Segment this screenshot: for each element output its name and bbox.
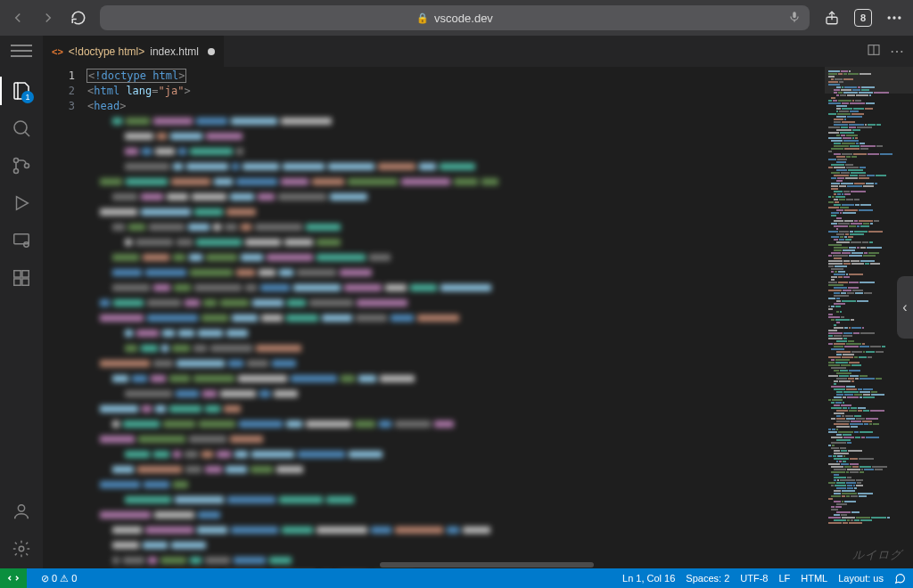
svg-point-6 [14,169,19,174]
tab-bar: <> <!doctype html> index.html ⋯ [43,36,913,67]
split-editor-icon[interactable] [867,43,881,61]
svg-point-2 [892,16,895,19]
svg-point-5 [14,159,19,163]
share-icon[interactable] [822,8,842,28]
lock-icon: 🔒 [416,12,429,24]
indentation[interactable]: Spaces: 2 [686,573,729,584]
feedback-icon[interactable] [894,573,906,584]
mic-icon[interactable] [788,11,801,26]
svg-point-3 [898,16,901,19]
svg-rect-13 [22,279,29,285]
keyboard-layout[interactable]: Layout: us [838,573,884,584]
code-line-1: <!doctype html> [87,69,824,84]
settings-gear-icon[interactable] [11,538,32,559]
back-button[interactable] [9,9,27,27]
error-icon: ⊘ [41,573,49,584]
activity-bar: 1 [0,36,43,568]
file-html-icon: <> [52,46,63,57]
line-number: 3 [43,99,87,114]
remote-indicator[interactable] [0,568,27,588]
account-icon[interactable] [11,501,32,522]
svg-rect-11 [22,271,29,277]
extensions-icon[interactable] [11,267,32,289]
menu-button[interactable] [11,43,32,59]
scrollbar-thumb[interactable] [380,562,594,568]
forward-button[interactable] [39,9,57,27]
gutter: 1 2 3 [43,67,87,568]
editor-area: <> <!doctype html> index.html ⋯ 1 2 3 <!… [43,36,913,568]
line-number: 1 [43,69,87,84]
status-bar: ⊘0 ⚠0 Ln 1, Col 16 Spaces: 2 UTF-8 LF HT… [0,568,913,588]
explorer-icon[interactable]: 1 [11,80,32,102]
svg-rect-12 [14,279,21,285]
svg-point-4 [14,121,27,134]
url-host: vscode.dev [434,12,493,25]
explorer-badge: 1 [21,91,34,103]
source-control-icon[interactable] [11,155,32,176]
reload-button[interactable] [70,9,87,27]
code-line-2: <html lang="ja"> [87,84,824,99]
horizontal-scrollbar[interactable] [86,561,824,568]
svg-rect-10 [14,271,21,277]
language-mode[interactable]: HTML [801,573,827,584]
search-icon[interactable] [11,118,32,139]
tabs-button[interactable]: 8 [854,9,872,27]
vscode-app: 1 <> <!doctype html> index.html ⋯ [0,36,913,568]
more-icon[interactable] [884,8,904,28]
tab-actions: ⋯ [858,36,913,67]
unsaved-dot-icon [208,48,215,55]
eol[interactable]: LF [778,573,790,584]
tab-index-html[interactable]: <> <!doctype html> index.html [43,36,225,67]
svg-point-7 [25,164,29,168]
more-actions-icon[interactable]: ⋯ [890,43,904,60]
warning-icon: ⚠ [60,573,69,584]
svg-point-9 [24,242,29,248]
address-bar[interactable]: 🔒 vscode.dev [100,5,810,30]
editor-body[interactable]: 1 2 3 <!doctype html> <html lang="ja"> <… [43,67,913,568]
svg-point-1 [888,16,891,19]
run-debug-icon[interactable] [11,192,32,214]
svg-point-15 [19,546,24,551]
tab-doctype-label: <!doctype html> [69,45,144,58]
remote-explorer-icon[interactable] [11,230,32,251]
blurred-code [87,114,824,568]
encoding[interactable]: UTF-8 [740,573,768,584]
code-content[interactable]: <!doctype html> <html lang="ja"> <head> [87,67,824,568]
browser-toolbar: 🔒 vscode.dev 8 [0,0,913,36]
problems-indicator[interactable]: ⊘0 ⚠0 [41,573,77,584]
line-number: 2 [43,84,87,99]
cursor-position[interactable]: Ln 1, Col 16 [622,573,675,584]
browser-actions: 8 [822,8,904,28]
svg-point-14 [18,505,24,511]
code-line-3: <head> [87,99,824,114]
tab-filename: index.html [150,45,199,58]
side-pull-handle[interactable]: ‹ [897,276,913,339]
